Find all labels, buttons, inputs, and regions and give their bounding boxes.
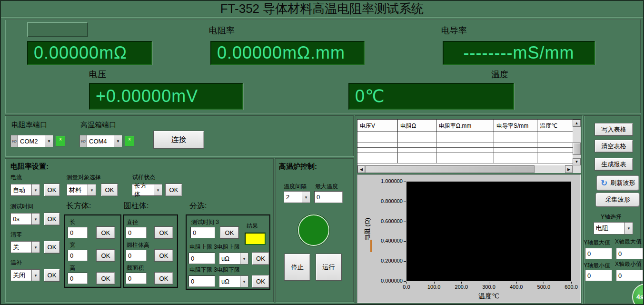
sample-state-select[interactable]: 长方体 ▾ [132, 184, 162, 196]
x-tick-mark [461, 282, 462, 284]
lower-limit-input[interactable] [188, 275, 215, 287]
test-time-value[interactable]: 0s [10, 213, 31, 225]
current-select[interactable]: 自动 ▾ [10, 184, 40, 196]
write-table-button[interactable]: 写入表格 [594, 123, 633, 136]
furnace-port-value[interactable]: COM4 [87, 135, 114, 147]
clear-table-button[interactable]: 清空表格 [594, 140, 633, 152]
cuboid-group-title: 长方体: [66, 201, 91, 211]
y-max-label: Y轴最大值 [584, 239, 610, 247]
cylinder-height-ok-button[interactable]: OK [154, 249, 173, 262]
temp-interval-select[interactable]: 2 ▾ [284, 191, 310, 203]
temp-comp-value[interactable]: 关闭 [10, 269, 31, 281]
upper-limit-unit-select[interactable]: uΩ ▾ [219, 253, 248, 264]
chevron-down-icon[interactable]: ▾ [302, 191, 310, 203]
chevron-down-icon[interactable]: ▾ [240, 253, 248, 264]
resistivity-port-select[interactable]: I/O COM2 ▼ [10, 135, 53, 147]
resistivity-port-refresh-button[interactable]: * [56, 136, 65, 146]
test-time-ok-button[interactable]: OK [44, 213, 60, 225]
vscroll-thumb[interactable] [573, 142, 581, 155]
sorting-test-time-label: 测试时间 3 [191, 218, 219, 226]
x-axis-label: 温度℃ [406, 292, 571, 301]
chevron-down-icon[interactable]: ▾ [240, 275, 248, 287]
stop-button[interactable]: 停止 [284, 254, 310, 281]
lower-limit-unit-value[interactable]: uΩ [219, 275, 240, 287]
chevron-down-icon[interactable]: ▾ [31, 213, 40, 225]
chevron-down-icon[interactable]: ▾ [31, 269, 40, 281]
upper-limit-label: 电阻上限 3电阻上限 [189, 243, 240, 251]
max-temp-input[interactable] [314, 191, 343, 203]
lower-limit-unit-select[interactable]: uΩ ▾ [219, 275, 248, 287]
chevron-down-icon[interactable]: ▾ [88, 184, 96, 196]
y-max-input[interactable] [585, 248, 612, 259]
generate-report-button[interactable]: 生成报表 [594, 158, 633, 171]
chevron-down-icon[interactable]: ▾ [31, 241, 40, 253]
current-value[interactable]: 自动 [10, 184, 31, 196]
sample-state-ok-button[interactable]: OK [165, 183, 182, 196]
x-max-input[interactable] [616, 248, 643, 259]
y-select-value[interactable]: 电阻 [594, 222, 624, 234]
upper-limit-unit-value[interactable]: uΩ [219, 253, 240, 264]
sample-state-value[interactable]: 长方体 [132, 184, 154, 196]
zeroing-select[interactable]: 关 ▾ [10, 241, 40, 253]
measure-object-ok-button[interactable]: OK [101, 183, 118, 196]
table-body [357, 132, 580, 163]
scroll-up-icon[interactable]: ▲ [573, 120, 581, 127]
cylinder-diameter-input[interactable] [126, 227, 147, 238]
page-title: FT-352 导体材料高温电阻率测试系统 [1, 1, 643, 18]
y-select-label: Y轴选择 [601, 213, 622, 221]
capture-wave-button[interactable]: 采集波形 [595, 193, 640, 207]
cuboid-width-input[interactable] [68, 250, 88, 261]
measure-object-select[interactable]: 材料 ▾ [67, 184, 96, 196]
cuboid-length-ok-button[interactable]: OK [96, 226, 115, 239]
sorting-test-time-ok-button[interactable]: OK [220, 226, 239, 239]
cylinder-group-title: 圆柱体: [124, 201, 149, 211]
refresh-wave-button[interactable]: ↻ 刷新波形 [596, 175, 639, 191]
upper-limit-input[interactable] [188, 253, 215, 264]
current-ok-button[interactable]: OK [44, 183, 60, 196]
scroll-left-icon[interactable]: ◀ [357, 165, 365, 173]
upper-limit-ok-button[interactable]: OK [252, 252, 269, 265]
measure-object-value[interactable]: 材料 [67, 184, 88, 196]
test-time-select[interactable]: 0s ▾ [10, 213, 40, 225]
zeroing-value[interactable]: 关 [10, 241, 31, 253]
x-tick-label: 300.0 [477, 284, 501, 290]
temp-comp-select[interactable]: 关闭 ▾ [10, 269, 40, 281]
y-tick-mark [404, 202, 406, 202]
temp-comp-ok-button[interactable]: OK [44, 269, 60, 282]
y-min-input[interactable] [585, 270, 612, 281]
table-header-cell: 电阻率Ω.mm [436, 120, 494, 132]
chevron-down-icon[interactable]: ▾ [31, 184, 40, 196]
cuboid-length-input[interactable] [68, 227, 88, 238]
table-row [357, 132, 580, 137]
y-select-dropdown[interactable]: 电阻 ▾ [594, 222, 633, 234]
y-tick-label: 0.400000 [375, 238, 403, 244]
dropdown-arrow-icon[interactable]: ▼ [45, 135, 53, 147]
dropdown-arrow-icon[interactable]: ▼ [114, 135, 122, 147]
refresh-wave-label: 刷新波形 [610, 179, 635, 187]
chevron-down-icon[interactable]: ▾ [624, 222, 633, 234]
cuboid-height-ok-button[interactable]: OK [96, 272, 115, 285]
x-min-input[interactable] [616, 270, 643, 281]
cuboid-height-input[interactable] [68, 273, 88, 284]
cylinder-diameter-ok-button[interactable]: OK [154, 226, 173, 239]
chevron-down-icon[interactable]: ▾ [154, 184, 162, 196]
cuboid-width-ok-button[interactable]: OK [96, 249, 115, 262]
run-button[interactable]: 运行 [316, 254, 342, 281]
x-tick-mark [544, 282, 544, 284]
hscroll-thumb[interactable] [365, 165, 535, 173]
cylinder-height-input[interactable] [126, 250, 147, 261]
zeroing-ok-button[interactable]: OK [44, 241, 60, 254]
scroll-down-icon[interactable]: ▼ [573, 158, 581, 165]
furnace-port-select[interactable]: I/O COM4 ▼ [79, 135, 122, 147]
cross-section-input[interactable] [126, 273, 147, 284]
scroll-right-icon[interactable]: ▶ [565, 165, 573, 173]
furnace-port-refresh-button[interactable]: * [125, 136, 134, 146]
result-indicator [245, 233, 266, 245]
voltage-display: +0.00000mV [89, 83, 243, 110]
cross-section-ok-button[interactable]: OK [154, 272, 173, 285]
connect-button[interactable]: 连接 [153, 131, 204, 149]
sorting-test-time-input[interactable] [190, 227, 215, 238]
temp-interval-value[interactable]: 2 [284, 191, 302, 203]
resistivity-port-value[interactable]: COM2 [18, 135, 45, 147]
lower-limit-ok-button[interactable]: OK [252, 275, 269, 288]
